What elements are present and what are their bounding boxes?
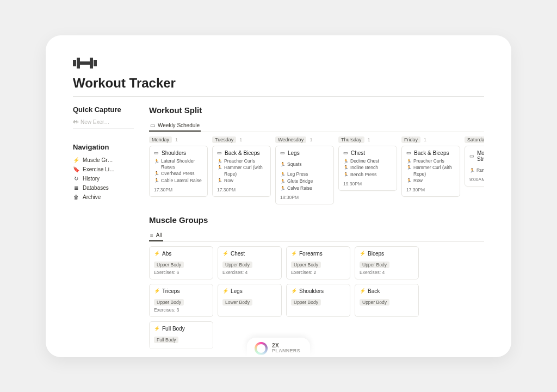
workout-card[interactable]: ▭Shoulders🏃Lateral Shoulder Raises🏃Overh… — [149, 146, 208, 197]
runner-icon: 🏃 — [280, 162, 286, 168]
runner-icon: 🏃 — [406, 165, 412, 171]
exercise-list: 🏃Running — [469, 164, 484, 175]
muscle-group-card[interactable]: ⚡BackUpper Body — [355, 284, 419, 317]
mg-title-row: ⚡Abs — [154, 251, 208, 257]
main-content: Workout Split ▭ Weekly Schedule Monday1▭… — [149, 105, 484, 349]
exercise-item: 🏃Row — [406, 178, 455, 184]
exercise-list: 🏃Lateral Shoulder Raises🏃Overhead Press🏃… — [154, 158, 203, 185]
exercise-item: 🏃Hammer Curl (with Rope) — [217, 165, 266, 177]
mg-title-row: ⚡Back — [360, 288, 414, 294]
exercise-item: 🏃Preacher Curls — [217, 158, 266, 165]
new-exercise-label: New Exer… — [81, 119, 109, 125]
sidebar-item[interactable]: ⚡Muscle Gr… — [73, 155, 134, 165]
card-time: 19:30PM — [343, 181, 392, 186]
card-title-row: ▭Back & Biceps — [406, 150, 455, 156]
column-header: Wednesday1 — [275, 136, 334, 143]
day-pill: Tuesday — [212, 136, 236, 143]
card-time: 9:00AM — [469, 177, 484, 182]
mg-name: Chest — [231, 251, 245, 257]
card-title: Back & Biceps — [414, 150, 449, 156]
board-column: Monday1▭Shoulders🏃Lateral Shoulder Raise… — [149, 136, 208, 204]
sidebar-item[interactable]: 🗑Archive — [73, 192, 134, 202]
svg-rect-1 — [77, 58, 80, 69]
mg-count: Exercises: 6 — [154, 270, 208, 275]
column-count: 1 — [175, 137, 178, 142]
dumbbell-small-icon — [73, 119, 78, 125]
workout-card[interactable]: ▭Chest🏃Decline Chest🏃Incline Bench🏃Bench… — [338, 146, 397, 191]
card-title: Legs — [288, 150, 300, 156]
calendar-icon: ▭ — [280, 150, 285, 155]
card-time: 17:30PM — [406, 187, 455, 192]
runner-icon: 🏃 — [154, 171, 159, 177]
tab-all[interactable]: All — [149, 230, 163, 241]
card-time: 18:30PM — [280, 195, 329, 200]
workout-card[interactable]: ▭Mobility & Stretching🏃Running9:00AM — [465, 146, 484, 187]
quick-capture-heading: Quick Capture — [73, 105, 134, 114]
muscle-group-card[interactable]: ⚡ChestUpper BodyExercises: 4 — [218, 246, 282, 279]
card-title-row: ▭Chest — [343, 150, 392, 156]
sidebar-item-label: History — [83, 176, 100, 182]
bolt-icon: ⚡ — [73, 157, 79, 163]
mg-title-row: ⚡Full Body — [154, 326, 208, 332]
workout-card[interactable]: ▭Back & Biceps🏃Preacher Curls🏃Hammer Cur… — [401, 146, 460, 197]
navigation-heading: Navigation — [73, 143, 134, 151]
muscle-group-card[interactable]: ⚡ForearmsUpper BodyExercises: 2 — [286, 246, 350, 279]
database-icon: ≣ — [73, 185, 79, 191]
mg-title-row: ⚡Triceps — [154, 288, 208, 294]
day-pill: Friday — [401, 136, 420, 143]
sidebar-item[interactable]: ≣Databases — [73, 183, 134, 192]
column-header: Thursday1 — [338, 136, 397, 143]
column-count: 1 — [368, 137, 370, 142]
exercise-item: 🏃Squats — [280, 161, 301, 168]
dumbbell-icon — [73, 56, 97, 70]
mg-title-row: ⚡Biceps — [360, 251, 414, 257]
card-title-row: ▭Mobility & Stretching — [469, 150, 484, 162]
exercise-item: 🏃Glute Bridge — [280, 178, 329, 185]
new-exercise-button[interactable]: New Exer… — [73, 118, 134, 129]
region-pill: Upper Body — [360, 262, 389, 268]
card-title: Chest — [351, 150, 365, 156]
navigation-list: ⚡Muscle Gr…🔖Exercise Li…↻History≣Databas… — [73, 155, 134, 202]
runner-icon: 🏃 — [217, 159, 222, 165]
runner-icon: 🏃 — [217, 165, 222, 171]
muscle-group-card[interactable]: ⚡Full BodyFull Body — [149, 321, 213, 349]
workout-card[interactable]: ▭Legs🏃Squats🏃Leg Press🏃Glute Bridge🏃Calv… — [275, 146, 334, 204]
bookmark-icon: 🔖 — [73, 166, 79, 172]
runner-icon: 🏃 — [154, 178, 159, 184]
mg-name: Forearms — [299, 251, 323, 257]
region-pill: Upper Body — [291, 299, 321, 306]
column-count: 1 — [239, 137, 242, 142]
region-pill: Upper Body — [154, 262, 184, 268]
bolt-icon: ⚡ — [360, 251, 366, 256]
muscle-group-card[interactable]: ⚡TricepsUpper BodyExercises: 3 — [149, 284, 213, 317]
exercise-item: 🏃Bench Press — [343, 172, 392, 178]
workout-card[interactable]: ▭Back & Biceps🏃Preacher Curls🏃Hammer Cur… — [212, 146, 271, 197]
mg-name: Legs — [231, 288, 243, 294]
workout-split-tabs: ▭ Weekly Schedule — [149, 120, 484, 132]
column-count: 1 — [310, 137, 312, 142]
muscle-group-card[interactable]: ⚡ShouldersUpper Body — [286, 284, 350, 317]
bolt-icon: ⚡ — [154, 326, 160, 331]
muscle-group-card[interactable]: ⚡BicepsUpper BodyExercises: 4 — [355, 246, 419, 279]
muscle-group-card[interactable]: ⚡LegsLower Body — [218, 284, 282, 317]
exercise-list: 🏃Squats🏃Leg Press🏃Glute Bridge🏃Calve Rai… — [280, 158, 329, 192]
exercise-item: 🏃Cable Lateral Raise — [154, 178, 203, 184]
card-time: 17:30PM — [154, 187, 203, 192]
card-title: Mobility & Stretching — [477, 150, 484, 162]
exercise-list: 🏃Preacher Curls🏃Hammer Curl (with Rope)🏃… — [217, 158, 266, 185]
mg-count: Exercises: 4 — [360, 270, 414, 275]
board-column: Tuesday1▭Back & Biceps🏃Preacher Curls🏃Ha… — [212, 136, 271, 204]
muscle-group-card[interactable]: ⚡AbsUpper BodyExercises: 6 — [149, 246, 213, 279]
region-pill: Upper Body — [222, 262, 252, 268]
sidebar-item[interactable]: 🔖Exercise Li… — [73, 165, 134, 174]
svg-rect-2 — [80, 61, 90, 65]
branding-badge[interactable]: 2X PLANNERS — [247, 338, 310, 357]
tab-weekly-schedule[interactable]: ▭ Weekly Schedule — [149, 120, 201, 132]
region-pill: Lower Body — [222, 299, 252, 306]
sidebar-item[interactable]: ↻History — [73, 174, 134, 183]
column-header: Tuesday1 — [212, 136, 271, 143]
region-pill: Upper Body — [154, 299, 184, 306]
mg-name: Back — [368, 288, 380, 294]
mg-name: Biceps — [368, 251, 384, 257]
runner-icon: 🏃 — [280, 186, 286, 192]
